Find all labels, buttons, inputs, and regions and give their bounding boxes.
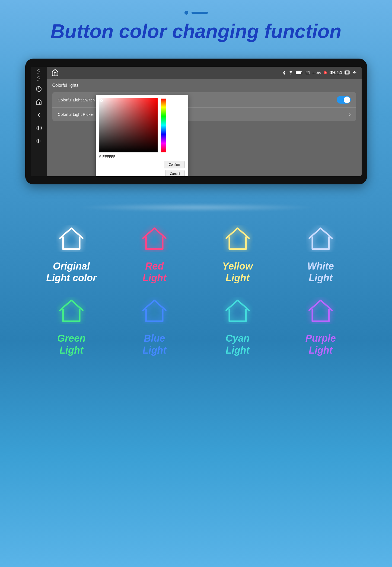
toggle-switch[interactable]	[337, 96, 351, 104]
cancel-button[interactable]: Cancel	[165, 170, 184, 176]
home-icon	[51, 69, 59, 76]
device-frame: MIC RST	[25, 59, 367, 184]
dot-circle	[184, 11, 188, 15]
alert-icon	[323, 71, 327, 75]
device-screen: 11.8V 09:14	[47, 67, 362, 176]
house-icon-green	[54, 294, 89, 327]
back-icon	[352, 71, 357, 75]
light-item-cyan: CyanLight	[199, 294, 276, 356]
voltage-display: 11.8V	[312, 71, 321, 75]
volume-down-button[interactable]	[33, 136, 44, 146]
svg-rect-7	[306, 71, 309, 74]
chevron-right-icon: ›	[349, 111, 351, 117]
house-icon-original	[54, 222, 89, 255]
light-label-yellow: YellowLight	[222, 260, 253, 284]
light-item-red: RedLight	[116, 222, 193, 284]
window-icon	[344, 71, 350, 75]
house-icon-yellow	[220, 222, 255, 255]
house-icon-white	[303, 222, 338, 255]
battery-icon	[296, 71, 303, 75]
light-label-cyan: CyanLight	[226, 332, 250, 356]
light-label-white: WhiteLight	[307, 260, 334, 284]
light-item-purple: PurpleLight	[282, 294, 359, 356]
house-icon-cyan	[220, 294, 255, 327]
color-preview	[169, 98, 185, 152]
light-item-yellow: YellowLight	[199, 222, 276, 284]
color-picker-popup: # FFFFFF Confirm Cancel	[96, 95, 188, 176]
svg-marker-2	[36, 126, 39, 130]
light-item-original: OriginalLight color	[33, 222, 110, 284]
bluetooth-icon	[282, 71, 286, 75]
light-label-blue: BlueLight	[142, 332, 166, 356]
power-button[interactable]	[33, 84, 44, 94]
page-wrapper: Button color changing function MIC RST	[0, 0, 392, 383]
status-time: 09:14	[329, 70, 342, 76]
light-label-purple: PurpleLight	[305, 332, 336, 356]
light-label-green: GreenLight	[57, 332, 85, 356]
svg-point-4	[291, 74, 291, 75]
home-sidebar-button[interactable]	[33, 97, 44, 107]
hex-row: # FFFFFF	[99, 155, 185, 159]
house-icon-blue	[137, 294, 172, 327]
status-icons: 11.8V 09:14	[282, 70, 357, 76]
wifi-icon	[289, 71, 294, 75]
device-sidebar: MIC RST	[31, 67, 47, 176]
screen-section-title: Colorful lights	[52, 83, 356, 88]
status-bar: 11.8V 09:14	[47, 67, 362, 79]
lights-grid: OriginalLight color RedLight YellowLight	[16, 222, 376, 356]
screen-content: Colorful lights Colorful Light Switch Co…	[47, 79, 362, 176]
hex-label: #	[99, 155, 101, 159]
dot-line	[192, 12, 208, 14]
hue-cursor	[160, 98, 167, 99]
svg-marker-3	[36, 139, 39, 143]
light-label-red: RedLight	[142, 260, 166, 284]
main-title: Button color changing function	[16, 20, 376, 42]
house-icon-purple	[303, 294, 338, 327]
sidebar-rst-label: RST	[34, 76, 44, 81]
picker-cursor	[100, 99, 103, 102]
sidebar-mic-label: MIC	[34, 69, 44, 74]
svg-point-13	[325, 73, 326, 73]
calendar-icon	[305, 71, 310, 75]
hex-value: FFFFFF	[103, 155, 116, 159]
confirm-button[interactable]: Confirm	[164, 161, 184, 168]
light-item-green: GreenLight	[33, 294, 110, 356]
light-label-original: OriginalLight color	[46, 260, 97, 284]
house-icon-red	[137, 222, 172, 255]
hue-strip[interactable]	[161, 98, 166, 152]
device-reflection	[74, 203, 318, 212]
toggle-thumb	[344, 97, 350, 103]
volume-up-button[interactable]	[33, 123, 44, 133]
light-item-white: WhiteLight	[282, 222, 359, 284]
light-item-blue: BlueLight	[116, 294, 193, 356]
color-gradient-area[interactable]	[99, 98, 158, 152]
back-sidebar-button[interactable]	[33, 110, 44, 120]
header-dots	[16, 11, 376, 15]
svg-rect-6	[296, 72, 301, 74]
